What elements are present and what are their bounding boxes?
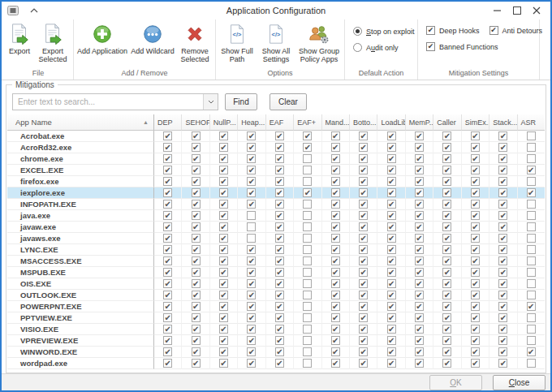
mitigation-cell[interactable] [461, 244, 489, 256]
checkbox-checked-icon[interactable] [331, 154, 340, 163]
mitigation-cell[interactable] [377, 290, 404, 301]
checkbox-unchecked-icon[interactable] [527, 336, 536, 345]
mitigation-cell[interactable] [461, 222, 489, 233]
checkbox-checked-icon[interactable] [387, 154, 396, 163]
app-row-name[interactable]: OIS.EXE [7, 278, 153, 290]
mitigation-cell[interactable] [433, 278, 460, 290]
mitigation-cell[interactable] [153, 267, 181, 278]
mitigation-cell[interactable] [433, 199, 460, 210]
checkbox-checked-icon[interactable] [192, 313, 201, 322]
checkbox-checked-icon[interactable] [387, 359, 396, 368]
mitigation-cell[interactable] [461, 233, 489, 244]
mitigation-cell[interactable] [349, 335, 377, 347]
mitigation-cell[interactable] [405, 210, 433, 222]
checkbox-checked-icon[interactable] [498, 177, 507, 186]
mitigation-cell[interactable] [321, 222, 349, 233]
checkbox-checked-icon[interactable] [163, 325, 172, 334]
mitigation-cell[interactable] [377, 312, 404, 324]
checkbox-checked-icon[interactable] [275, 154, 284, 163]
mitigation-cell[interactable] [181, 153, 209, 165]
checkbox-unchecked-icon[interactable] [247, 211, 256, 220]
mitigation-cell[interactable] [293, 165, 321, 176]
checkbox-checked-icon[interactable] [471, 222, 480, 231]
mitigation-cell[interactable] [265, 131, 293, 142]
checkbox-checked-icon[interactable] [192, 211, 201, 220]
checkbox-unchecked-icon[interactable] [527, 325, 536, 334]
checkbox-checked-icon[interactable] [471, 268, 480, 277]
mitigation-cell[interactable] [153, 153, 181, 165]
clear-button[interactable]: Clear [270, 93, 307, 110]
mitigation-cell[interactable] [293, 290, 321, 301]
checkbox-checked-icon[interactable] [471, 143, 480, 152]
checkbox-checked-icon[interactable] [387, 245, 396, 254]
mitigation-cell[interactable] [405, 187, 433, 199]
checkbox-unchecked-icon[interactable] [527, 154, 536, 163]
checkbox-unchecked-icon[interactable] [303, 359, 312, 368]
mitigation-cell[interactable] [153, 244, 181, 256]
checkbox-unchecked-icon[interactable] [303, 211, 312, 220]
mitigation-cell[interactable] [153, 165, 181, 176]
mitigation-cell[interactable] [405, 312, 433, 324]
show-full-path-button[interactable]: </> Show Full Path [218, 21, 257, 63]
checkbox-checked-icon[interactable] [471, 154, 480, 163]
close-icon[interactable] [527, 3, 546, 18]
checkbox-checked-icon[interactable] [247, 200, 256, 209]
checkbox-checked-icon[interactable] [163, 211, 172, 220]
checkbox-checked-icon[interactable] [219, 188, 228, 197]
mitigation-cell[interactable] [461, 131, 489, 142]
mitigation-cell[interactable] [517, 358, 545, 369]
mitigation-cell[interactable] [517, 324, 545, 335]
mitigation-cell[interactable] [209, 290, 237, 301]
checkbox-checked-icon[interactable] [247, 336, 256, 345]
checkbox-checked-icon[interactable] [442, 302, 451, 311]
mitigation-cell[interactable] [433, 324, 460, 335]
mitigation-cell[interactable] [489, 324, 516, 335]
checkbox-checked-icon[interactable] [442, 291, 451, 299]
checkbox-checked-icon[interactable] [275, 325, 284, 334]
checkbox-checked-icon[interactable] [442, 131, 451, 140]
app-row-name[interactable]: javaws.exe [7, 233, 153, 244]
checkbox-checked-icon[interactable] [442, 325, 451, 334]
banned-functions-checkbox[interactable]: Banned Functions [426, 42, 498, 51]
mitigation-cell[interactable] [209, 267, 237, 278]
mitigation-cell[interactable] [237, 267, 265, 278]
mitigation-cell[interactable] [349, 312, 377, 324]
checkbox-checked-icon[interactable] [415, 359, 424, 368]
mitigation-cell[interactable] [489, 210, 516, 222]
mitigation-cell[interactable] [321, 233, 349, 244]
anti-detours-checkbox[interactable]: Anti Detours [489, 26, 543, 35]
checkbox-unchecked-icon[interactable] [303, 256, 312, 265]
checkbox-unchecked-icon[interactable] [303, 234, 312, 243]
mitigation-cell[interactable] [209, 165, 237, 176]
mitigation-cell[interactable] [377, 165, 404, 176]
mitigation-cell[interactable] [517, 347, 545, 358]
checkbox-checked-icon[interactable] [471, 291, 480, 299]
column-header[interactable]: SEHOP [181, 114, 209, 131]
checkbox-checked-icon[interactable] [387, 268, 396, 277]
mitigation-cell[interactable] [517, 176, 545, 187]
mitigation-cell[interactable] [209, 358, 237, 369]
checkbox-checked-icon[interactable] [471, 245, 480, 254]
mitigation-cell[interactable] [153, 256, 181, 267]
mitigation-cell[interactable] [237, 142, 265, 153]
checkbox-checked-icon[interactable] [415, 234, 424, 243]
checkbox-checked-icon[interactable] [331, 359, 340, 368]
mitigation-cell[interactable] [405, 301, 433, 312]
mitigation-cell[interactable] [377, 335, 404, 347]
mitigation-cell[interactable] [349, 233, 377, 244]
checkbox-checked-icon[interactable] [359, 291, 368, 299]
mitigation-cell[interactable] [153, 290, 181, 301]
mitigation-cell[interactable] [265, 335, 293, 347]
app-row-name[interactable]: javaw.exe [7, 222, 153, 233]
mitigation-cell[interactable] [153, 210, 181, 222]
checkbox-checked-icon[interactable] [331, 200, 340, 209]
checkbox-unchecked-icon[interactable] [303, 325, 312, 334]
checkbox-unchecked-icon[interactable] [527, 291, 536, 299]
mitigation-cell[interactable] [237, 301, 265, 312]
mitigation-cell[interactable] [265, 222, 293, 233]
checkbox-unchecked-icon[interactable] [527, 211, 536, 220]
column-header[interactable]: Caller [433, 114, 460, 131]
checkbox-checked-icon[interactable] [192, 359, 201, 368]
mitigation-cell[interactable] [237, 176, 265, 187]
mitigation-cell[interactable] [489, 176, 516, 187]
